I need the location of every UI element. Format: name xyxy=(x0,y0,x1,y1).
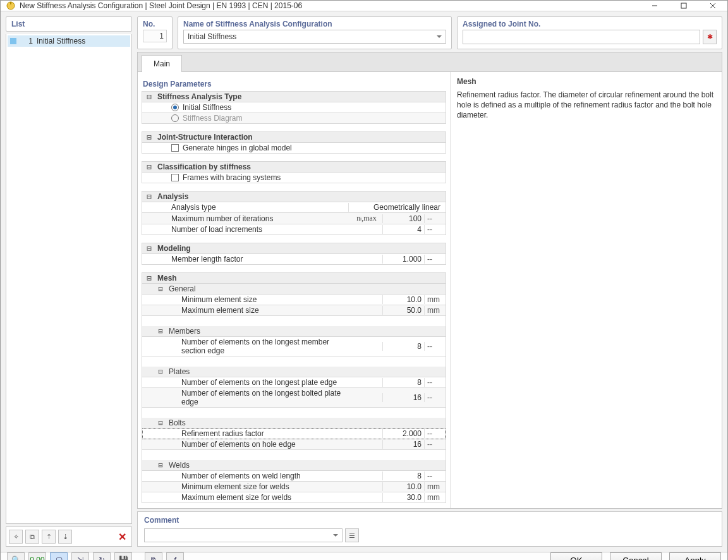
comment-select[interactable] xyxy=(144,528,343,542)
sort-asc-icon[interactable]: ⇡ xyxy=(42,530,56,544)
collapse-icon[interactable]: ⊟ xyxy=(145,133,154,142)
list-item-marker xyxy=(10,38,16,44)
svg-rect-3 xyxy=(681,3,686,8)
name-label: Name of Stiffness Analysis Configuration xyxy=(183,20,446,28)
units-icon[interactable]: 0,00 xyxy=(28,552,46,560)
hole-edge-elements-value[interactable]: 16 xyxy=(382,440,424,449)
collapse-icon[interactable]: ⊟ xyxy=(145,244,154,253)
refresh-icon[interactable]: ↻ xyxy=(93,552,111,560)
minimize-button[interactable] xyxy=(640,1,669,11)
weld-length-elements-value[interactable]: 8 xyxy=(382,472,424,480)
plate-edge-elements-value[interactable]: 8 xyxy=(382,378,424,387)
radio-stiffness-diagram[interactable] xyxy=(171,114,179,122)
ok-button[interactable]: OK xyxy=(550,552,602,560)
collapse-icon[interactable]: ⊟ xyxy=(145,274,154,283)
pick-joint-icon[interactable]: ✱ xyxy=(703,30,717,44)
name-select[interactable]: Initial Stiffness xyxy=(183,30,446,44)
refinement-radius-factor-row[interactable]: Refinement radius factor xyxy=(178,429,351,438)
list-header: List xyxy=(6,16,132,32)
tab-bar: Main xyxy=(138,52,722,72)
collapse-icon[interactable]: ⊟ xyxy=(156,461,165,470)
assign-label: Assigned to Joint No. xyxy=(463,20,717,28)
assign-input[interactable] xyxy=(463,30,700,44)
collapse-icon[interactable]: ⊟ xyxy=(156,367,165,376)
search-icon[interactable]: 🔍 xyxy=(7,552,25,560)
hierarchy-icon[interactable]: ⇲ xyxy=(71,552,89,560)
tab-main[interactable]: Main xyxy=(142,55,182,72)
notes-icon[interactable]: 🗎 xyxy=(145,552,162,560)
title-bar: New Stiffness Analysis Configuration | S… xyxy=(1,1,727,11)
new-icon[interactable]: ✧ xyxy=(9,530,23,544)
config-list[interactable]: 1 Initial Stiffness xyxy=(6,34,132,524)
member-edge-elements-value[interactable]: 8 xyxy=(382,342,424,351)
bolted-plate-edge-elements-value[interactable]: 16 xyxy=(382,393,424,402)
min-element-size-value[interactable]: 10.0 xyxy=(382,295,424,304)
collapse-icon[interactable]: ⊟ xyxy=(156,327,165,336)
copy-icon[interactable]: ⧉ xyxy=(25,530,39,544)
no-value[interactable]: 1 xyxy=(143,30,167,42)
collapse-icon[interactable]: ⊟ xyxy=(145,192,154,201)
collapse-icon[interactable]: ⊟ xyxy=(156,418,165,427)
collapse-icon[interactable]: ⊟ xyxy=(145,162,154,171)
no-box: No. 1 xyxy=(137,16,173,49)
apply-button[interactable]: Apply xyxy=(669,552,721,560)
footer-bar: 🔍 0,00 ▢ ⇲ ↻ 💾 🗎 f OK Cancel Apply xyxy=(1,552,727,560)
collapse-icon[interactable]: ⊟ xyxy=(156,284,165,293)
parameter-panel: Design Parameters ⊟Stiffness Analysis Ty… xyxy=(138,72,450,508)
collapse-icon[interactable]: ⊟ xyxy=(145,92,154,101)
weld-max-size-value[interactable]: 30.0 xyxy=(382,493,424,502)
cancel-button[interactable]: Cancel xyxy=(610,552,662,560)
check-generate-hinges[interactable] xyxy=(171,144,179,152)
name-box: Name of Stiffness Analysis Configuration… xyxy=(178,16,452,49)
maximize-button[interactable] xyxy=(669,1,698,11)
section-design-parameters: Design Parameters xyxy=(142,77,446,91)
max-element-size-value[interactable]: 50.0 xyxy=(382,306,424,315)
radio-initial-stiffness[interactable] xyxy=(171,104,179,111)
help-panel: Mesh Refinement radius factor. The diame… xyxy=(450,72,722,508)
assign-box: Assigned to Joint No. ✱ xyxy=(457,16,722,49)
member-length-factor-value[interactable]: 1.000 xyxy=(382,255,424,264)
check-frames-bracing[interactable] xyxy=(171,174,179,181)
close-button[interactable] xyxy=(698,1,727,11)
delete-icon[interactable]: ✕ xyxy=(115,530,129,544)
sort-desc-icon[interactable]: ⇣ xyxy=(58,530,72,544)
list-item-label: Initial Stiffness xyxy=(37,37,85,46)
no-label: No. xyxy=(143,20,155,28)
view-icon[interactable]: ▢ xyxy=(50,552,68,560)
function-icon[interactable]: f xyxy=(166,552,184,560)
comment-library-icon[interactable]: ☰ xyxy=(345,528,359,542)
save-profile-icon[interactable]: 💾 xyxy=(114,552,132,560)
window-title: New Stiffness Analysis Configuration | S… xyxy=(20,1,640,10)
app-icon xyxy=(6,1,16,11)
load-increments-value[interactable]: 4 xyxy=(382,225,424,234)
help-title: Mesh xyxy=(457,77,715,86)
list-item[interactable]: 1 Initial Stiffness xyxy=(8,35,130,47)
refinement-radius-value[interactable]: 2.000 xyxy=(382,429,424,438)
analysis-type-value[interactable]: Geometrically linear xyxy=(348,203,443,212)
weld-min-size-value[interactable]: 10.0 xyxy=(382,482,424,491)
list-item-number: 1 xyxy=(20,37,33,46)
svg-rect-1 xyxy=(10,2,11,4)
comment-label: Comment xyxy=(144,516,715,525)
max-iterations-value[interactable]: 100 xyxy=(382,214,424,223)
comment-box: Comment ☰ xyxy=(137,511,722,547)
help-text: Refinement radius factor. The diameter o… xyxy=(457,90,715,121)
